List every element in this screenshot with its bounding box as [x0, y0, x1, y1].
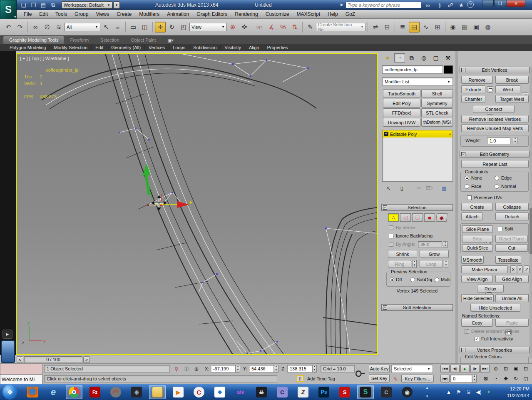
window-crossing-icon[interactable]: ◫ [139, 22, 150, 32]
menu-create[interactable]: Create [113, 11, 135, 17]
loop-spinner[interactable]: ▲▼ [444, 260, 448, 268]
taskbar-atv[interactable]: atv [232, 385, 249, 399]
isolate-selection-icon[interactable]: ⚲ [172, 365, 181, 372]
named-selection-sets-dropdown[interactable]: Create Selection Se▼ [316, 23, 366, 31]
gizmo-y-axis[interactable] [146, 175, 149, 195]
extrude-settings-button[interactable] [487, 86, 493, 92]
modifier-button-unwrap-uvw[interactable]: Unwrap UVW [383, 118, 420, 127]
x-coord-spinner[interactable]: ▲▼ [236, 365, 240, 372]
zoom-extents-all-icon[interactable]: ⊡ [521, 365, 530, 373]
modifier-button-stl-check[interactable]: STL Check [421, 108, 453, 117]
go-to-end-icon[interactable]: ▶▶| [480, 365, 490, 373]
constraint-none-radio[interactable] [465, 176, 469, 180]
menu-goz[interactable]: GoZ [342, 11, 359, 17]
panel-scrollbar[interactable] [530, 67, 532, 358]
tray-network-icon[interactable]: ⌸ [465, 388, 473, 396]
default-tangent-icon[interactable]: ∿ [391, 375, 400, 382]
favorites-icon[interactable]: ★ [456, 1, 466, 9]
preview-subobj-radio[interactable] [410, 278, 415, 282]
hide-unselected-button[interactable]: Hide Unselected [470, 304, 520, 312]
polygon-subobject-icon[interactable]: ■ [424, 213, 435, 222]
slice-button[interactable]: Slice [462, 235, 493, 242]
tray-volume-icon[interactable]: ◀) [475, 388, 483, 396]
fetch-icon[interactable]: ⧉ [49, 1, 57, 9]
menu-tools[interactable]: Tools [52, 11, 71, 17]
zoom-region-icon[interactable]: ⊠ [481, 375, 490, 382]
unhide-all-button[interactable]: Unhide All [495, 294, 529, 302]
make-planar-y-button[interactable]: Y [517, 265, 523, 273]
preserve-uvs-checkbox[interactable] [467, 195, 472, 200]
communication-center-icon[interactable]: ☍ [445, 1, 455, 9]
key-step-icon[interactable]: |◀▶| [440, 375, 450, 382]
next-frame-button[interactable]: > [83, 356, 90, 363]
go-to-start-icon[interactable]: |◀◀ [440, 365, 450, 373]
make-unique-icon[interactable]: ✄ [415, 184, 424, 192]
workspace-menu-button[interactable]: ▼ [113, 1, 120, 9]
render-setup-icon[interactable]: ▦ [459, 22, 470, 32]
msmooth-button[interactable]: MSmooth [461, 256, 484, 264]
full-interactivity-checkbox[interactable] [475, 337, 479, 341]
reference-coordinate-dropdown[interactable]: View▼ [189, 23, 227, 31]
time-tag-icon[interactable]: ▯ [296, 375, 304, 382]
tray-action-center-icon[interactable]: ⚑ [455, 388, 463, 396]
frame-spinner[interactable]: ▲▼ [472, 375, 477, 382]
create-button[interactable]: Create [461, 203, 493, 211]
menu-views[interactable]: Views [92, 11, 113, 17]
auto-key-button[interactable]: Auto Key [369, 365, 390, 373]
menu-modifiers[interactable]: Modifiers [135, 11, 163, 17]
make-planar-button[interactable]: Make Planar [461, 265, 508, 273]
save-file-icon[interactable]: ▤ [39, 1, 47, 9]
use-pivot-point-center-icon[interactable]: ⊕ [227, 22, 238, 32]
zoom-icon[interactable]: ⊕ [491, 365, 500, 373]
by-angle-checkbox[interactable] [389, 242, 393, 247]
close-button[interactable]: ✕ [507, 0, 525, 7]
ribbon-display-toggle-icon[interactable]: ▣ ▾ [162, 36, 179, 44]
taskbar-app-swirl[interactable]: ◠ [107, 385, 124, 399]
weight-spinner[interactable]: ▲▼ [513, 137, 517, 144]
subtab-subdivision[interactable]: Subdivision [189, 45, 221, 50]
viewport-canvas[interactable]: y x z [17, 54, 377, 354]
edit-geometry-rollout-header[interactable]: −Edit Geometry [460, 151, 530, 158]
undo-icon[interactable]: ↶ [3, 22, 14, 32]
next-key-icon[interactable]: ||▶ [470, 365, 480, 373]
curve-editor-icon[interactable]: ∿ [420, 22, 431, 32]
scrollbar-thumb[interactable] [530, 208, 532, 254]
attach-button[interactable]: Attach [461, 212, 483, 220]
maximize-viewport-icon[interactable]: ◱ [521, 375, 530, 382]
hide-selected-button[interactable]: Hide Selected [461, 294, 494, 302]
preview-multi-radio[interactable] [435, 278, 439, 282]
hierarchy-tab-icon[interactable]: ⧉ [406, 53, 417, 62]
constraint-normal-radio[interactable] [495, 184, 499, 189]
taskbar-internet-explorer[interactable]: e [45, 385, 62, 399]
subtab-vertices[interactable]: Vertices [145, 45, 169, 50]
menu-graph-editors[interactable]: Graph Editors [193, 11, 231, 17]
subtab-align[interactable]: Align [245, 45, 263, 50]
extrude-button[interactable]: Extrude [461, 85, 485, 93]
modify-tab-icon[interactable]: ◔ [394, 53, 405, 62]
utilities-tab-icon[interactable]: ⚒ [443, 53, 453, 62]
remove-unused-map-verts-button[interactable]: Remove Unused Map Verts [461, 124, 529, 132]
slice-plane-button[interactable]: Slice Plane [462, 225, 493, 233]
constraint-face-radio[interactable] [465, 184, 469, 189]
ring-button[interactable]: Ring [388, 260, 411, 268]
menu-group[interactable]: Group [71, 11, 92, 17]
selection-filter-dropdown[interactable]: All▼ [65, 23, 100, 31]
schematic-view-icon[interactable]: ⊞ [432, 22, 443, 32]
detach-button[interactable]: Detach [495, 212, 529, 220]
subtab-properties[interactable]: Properties [263, 45, 292, 50]
time-slider-value[interactable]: 0 / 100 [24, 356, 82, 363]
subtab-modify-selection[interactable]: Modify Selection [50, 45, 92, 50]
x-coord-field[interactable]: -97.199 [211, 365, 236, 372]
view-align-button[interactable]: View Align [461, 275, 493, 283]
bind-to-space-warp-icon[interactable]: ≋ [53, 22, 64, 32]
loop-button[interactable]: Loop [420, 260, 443, 268]
display-tab-icon[interactable]: ▢ [430, 53, 441, 62]
element-subobject-icon[interactable]: ◆ [436, 213, 447, 222]
modifier-button-pathdeform[interactable]: thDeform (WSI [421, 118, 453, 127]
field-of-view-icon[interactable]: ◔ [491, 375, 500, 382]
subtab-edit[interactable]: Edit [92, 45, 107, 50]
tray-show-hidden-icon[interactable]: ▲ [445, 388, 453, 396]
start-button[interactable]: ❖ [2, 385, 17, 400]
welcome-window-banner[interactable] [0, 364, 42, 374]
shrink-button[interactable]: Shrink [388, 250, 417, 258]
